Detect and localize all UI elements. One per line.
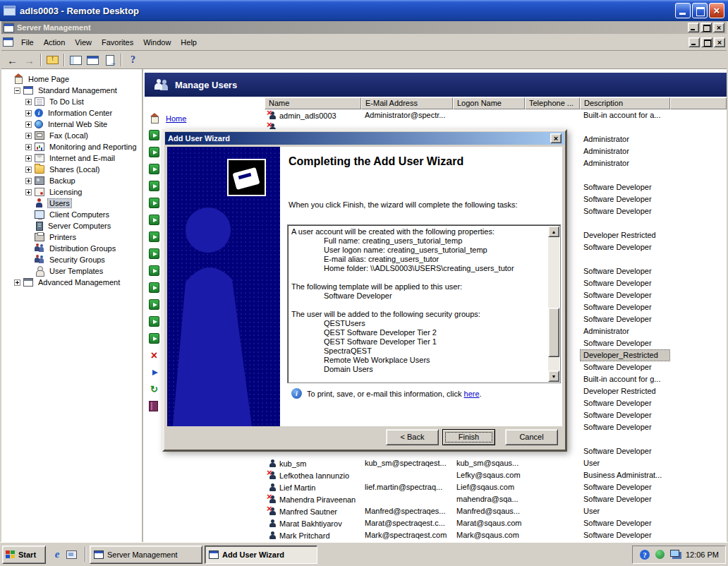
tree-expander-icon[interactable] <box>14 279 20 286</box>
rdp-minimize-button[interactable] <box>675 3 691 18</box>
menu-item[interactable]: Help <box>176 36 202 49</box>
tree-expander-icon[interactable] <box>25 178 32 184</box>
menu-item[interactable]: Window <box>138 36 176 49</box>
table-row[interactable]: Manfred Sautner Manfred@spectraqes... Ma… <box>265 505 727 517</box>
child-restore-button[interactable] <box>701 37 712 47</box>
taskpad-action-icon[interactable] <box>149 130 159 140</box>
table-row[interactable]: Mark Pritchard Mark@spectraqest.com Mark… <box>265 529 727 541</box>
column-header[interactable]: Description <box>580 97 670 109</box>
taskpad-action-icon[interactable] <box>149 384 159 395</box>
tree-expander-icon[interactable] <box>25 99 32 105</box>
tree-expander-icon[interactable] <box>25 268 32 275</box>
tree-expander-icon[interactable] <box>14 88 20 94</box>
tree-item[interactable]: Users <box>1 198 142 209</box>
wizard-close-icon[interactable] <box>550 133 562 143</box>
table-row[interactable]: Mahendra Piraveenan mahendra@sqa... Soft… <box>265 493 727 505</box>
taskpad-action-icon[interactable] <box>149 231 159 242</box>
taskpad-action-icon[interactable] <box>149 215 159 225</box>
cancel-button[interactable]: Cancel <box>505 429 558 445</box>
info-here-link[interactable]: here <box>464 390 480 398</box>
menu-item[interactable]: File <box>16 36 39 49</box>
export-list-icon[interactable] <box>102 52 118 68</box>
column-header[interactable]: Telephone ... <box>525 97 580 109</box>
menu-item[interactable]: View <box>70 36 97 49</box>
rdp-restore-button[interactable] <box>692 3 708 18</box>
tree-expander-icon[interactable] <box>25 144 32 150</box>
tree-expander-icon[interactable] <box>25 133 32 139</box>
finish-button[interactable]: Finish <box>442 429 495 445</box>
tree-expander-icon[interactable] <box>25 200 32 207</box>
rdp-close-button[interactable] <box>709 3 724 18</box>
menu-item[interactable]: Favorites <box>97 36 138 49</box>
up-one-level-icon[interactable] <box>44 52 61 68</box>
taskpad-action-icon[interactable] <box>149 350 159 361</box>
help-tray-icon[interactable] <box>639 549 650 560</box>
table-row[interactable]: admin_adls0003 Administrator@spectr... B… <box>265 109 727 121</box>
tree-item[interactable]: Home Page <box>1 73 142 85</box>
show-console-tree-icon[interactable] <box>68 52 84 68</box>
taskpad-action-icon[interactable] <box>149 333 159 344</box>
tree-item[interactable]: Internet and E-mail <box>1 152 142 164</box>
tree-item[interactable]: Standard Management <box>1 85 142 96</box>
home-link[interactable]: Home <box>166 114 186 123</box>
column-header[interactable]: E-Mail Address <box>361 97 453 109</box>
tree-item[interactable]: Server Computers <box>1 220 142 231</box>
table-row[interactable]: Lefkothea Iannunzio Lefky@sqaus.com Busi… <box>265 469 727 481</box>
app-restore-button[interactable] <box>700 23 712 32</box>
taskpad-action-icon[interactable] <box>149 164 159 174</box>
back-icon[interactable] <box>4 52 20 68</box>
help-icon[interactable] <box>125 52 141 68</box>
tree-expander-icon[interactable] <box>25 246 32 252</box>
tree-expander-icon[interactable] <box>4 76 11 83</box>
taskpad-action-icon[interactable] <box>149 181 159 191</box>
column-header[interactable]: Logon Name <box>453 97 525 109</box>
update-tray-icon[interactable] <box>655 549 666 560</box>
tree-expander-icon[interactable] <box>25 167 32 173</box>
taskbar-window-button[interactable]: Add User Wizard <box>205 546 317 564</box>
taskpad-action-icon[interactable] <box>149 401 158 411</box>
app-minimize-button[interactable] <box>688 23 699 32</box>
tree-item[interactable]: Information Center <box>1 107 142 119</box>
taskbar-window-button[interactable]: Server Management <box>90 546 202 564</box>
scroll-up-icon[interactable] <box>548 226 559 237</box>
tree-expander-icon[interactable] <box>25 257 32 263</box>
taskpad-action-icon[interactable] <box>149 367 159 378</box>
table-row[interactable]: Lief Martin lief.martin@spectraq... Lief… <box>265 481 727 493</box>
child-close-button[interactable] <box>714 37 725 47</box>
tree-expander-icon[interactable] <box>25 121 32 128</box>
tree-expander-icon[interactable] <box>25 234 32 241</box>
tree-item[interactable]: Backup <box>1 175 142 186</box>
taskpad-action-icon[interactable] <box>149 299 159 310</box>
back-button[interactable]: < Back <box>386 429 439 445</box>
tree-expander-icon[interactable] <box>25 189 32 195</box>
scrollbar-thumb[interactable] <box>548 308 559 357</box>
scroll-down-icon[interactable] <box>548 371 559 382</box>
start-button[interactable]: Start <box>2 546 46 564</box>
child-minimize-button[interactable] <box>688 37 700 47</box>
column-header[interactable]: Name <box>265 97 361 109</box>
tree-item[interactable]: User Templates <box>1 265 142 277</box>
taskpad-action-icon[interactable] <box>149 147 159 157</box>
tree-expander-icon[interactable] <box>25 212 32 218</box>
forward-icon[interactable] <box>21 52 37 68</box>
tree-item[interactable]: To Do List <box>1 96 142 107</box>
wizard-summary-box[interactable]: A user account will be created with the … <box>287 224 561 383</box>
taskpad-action-icon[interactable] <box>149 316 159 327</box>
tree-item[interactable]: Distribution Groups <box>1 243 142 254</box>
tree-item[interactable]: Fax (Local) <box>1 130 142 141</box>
app-close-button[interactable] <box>713 23 724 32</box>
tree-item[interactable]: Internal Web Site <box>1 119 142 130</box>
network-tray-icon[interactable] <box>670 549 681 560</box>
table-row[interactable]: kub_sm kub_sm@spectraqest... kub_sm@sqau… <box>265 457 727 469</box>
tree-item[interactable]: Monitoring and Reporting <box>1 141 142 152</box>
tree-item[interactable]: Advanced Management <box>1 277 142 288</box>
tree-expander-icon[interactable] <box>25 155 32 162</box>
tree-item[interactable]: Security Groups <box>1 254 142 265</box>
table-row[interactable]: Marat Bakhtiyarov Marat@spectraqest.c...… <box>265 517 727 529</box>
tree-expander-icon[interactable] <box>25 223 32 229</box>
wizard-titlebar[interactable]: Add User Wizard <box>165 132 564 145</box>
tree-item[interactable]: Client Computers <box>1 209 142 220</box>
tree-item[interactable]: Shares (Local) <box>1 164 142 175</box>
taskpad-action-icon[interactable] <box>149 198 159 208</box>
properties-icon[interactable] <box>85 52 101 68</box>
